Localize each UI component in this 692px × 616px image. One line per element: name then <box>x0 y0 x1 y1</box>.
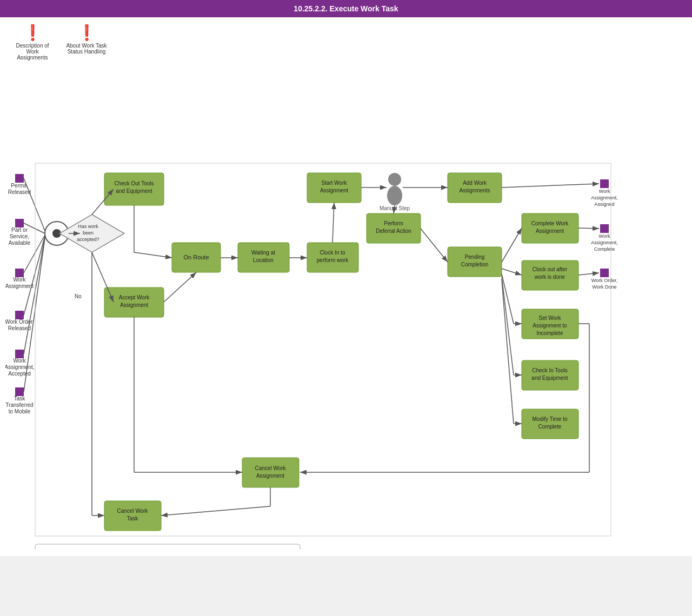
manual-step-head <box>388 173 401 186</box>
svg-text:been: been <box>83 230 94 236</box>
svg-text:Work: Work <box>599 233 610 239</box>
svg-text:Waiting at: Waiting at <box>251 250 275 256</box>
svg-text:Work Done: Work Done <box>593 284 617 290</box>
svg-text:Work: Work <box>13 277 26 283</box>
svg-line-82 <box>502 269 522 275</box>
svg-text:Add Work: Add Work <box>463 180 487 186</box>
svg-line-86 <box>502 277 514 375</box>
svg-text:Assignment,: Assignment, <box>591 195 618 200</box>
svg-text:Available: Available <box>9 240 31 246</box>
svg-line-77 <box>502 184 599 188</box>
manual-step-body <box>387 186 402 205</box>
svg-text:Task: Task <box>14 396 26 401</box>
event-wa-assigned <box>600 179 609 188</box>
svg-line-79 <box>421 229 448 262</box>
event-workorder <box>15 311 24 319</box>
event-accepted <box>15 350 24 358</box>
event-partservice <box>15 219 24 227</box>
svg-text:Location: Location <box>253 257 274 263</box>
svg-text:Pending: Pending <box>465 254 485 260</box>
svg-text:Start Work: Start Work <box>321 180 347 186</box>
event-workassign <box>15 269 24 277</box>
svg-text:Assignment,: Assignment, <box>5 364 35 370</box>
svg-text:and Equipment: and Equipment <box>531 375 568 381</box>
svg-text:Set Work: Set Work <box>539 315 562 321</box>
svg-text:Part or: Part or <box>11 227 28 233</box>
diagram-svg: Permit, Released Part or Service, Availa… <box>5 74 687 550</box>
svg-line-68 <box>92 252 114 302</box>
svg-text:work is done: work is done <box>534 274 565 280</box>
svg-text:Cancel Work: Cancel Work <box>117 508 148 514</box>
svg-text:Assignment: Assignment <box>256 473 284 479</box>
diagram-area: Permit, Released Part or Service, Availa… <box>0 69 692 556</box>
svg-text:Assignment: Assignment <box>120 302 148 308</box>
svg-text:Work: Work <box>599 189 610 194</box>
icon-about[interactable]: ❗ About Work Task Status Handling <box>65 25 108 61</box>
svg-line-83 <box>578 273 599 275</box>
top-icons-area: ❗ Description of Work Assignments ❗ Abou… <box>0 17 692 69</box>
title-bar: 10.25.2.2. Execute Work Task <box>0 0 692 17</box>
svg-line-81 <box>578 228 599 229</box>
svg-text:and Equipment: and Equipment <box>116 188 152 194</box>
svg-line-63 <box>24 236 45 315</box>
svg-line-74 <box>332 203 334 243</box>
event-wa-complete <box>600 224 609 233</box>
svg-line-90 <box>164 272 196 302</box>
svg-text:Cancel Work: Cancel Work <box>255 465 286 471</box>
event-transferred <box>15 387 24 396</box>
svg-text:Incomplete: Incomplete <box>537 330 563 336</box>
svg-text:Completion: Completion <box>461 262 489 267</box>
svg-text:Complete: Complete <box>594 246 615 252</box>
svg-text:accepted?: accepted? <box>77 237 99 242</box>
svg-text:Perform: Perform <box>384 220 403 226</box>
svg-text:to Mobile: to Mobile <box>9 409 31 414</box>
svg-text:Released: Released <box>8 325 31 331</box>
svg-text:Deferral Action: Deferral Action <box>376 228 411 234</box>
svg-text:Clock In to: Clock In to <box>320 250 345 256</box>
svg-text:Assignment: Assignment <box>5 283 34 289</box>
svg-text:Assigned: Assigned <box>594 202 614 207</box>
svg-text:Complete: Complete <box>538 424 562 430</box>
icon-label-2: About Work Task Status Handling <box>65 43 108 55</box>
svg-text:Assignment to: Assignment to <box>533 323 567 329</box>
svg-text:Check In Tools: Check In Tools <box>532 367 567 373</box>
svg-text:Accept Work: Accept Work <box>119 294 150 300</box>
exclamation-icon-2: ❗ <box>77 25 96 41</box>
event-wo-done <box>600 269 609 277</box>
svg-text:Task: Task <box>127 515 139 521</box>
svg-text:On Route: On Route <box>183 254 209 260</box>
svg-line-80 <box>502 228 522 262</box>
svg-text:Work: Work <box>13 358 26 364</box>
svg-text:Assignment: Assignment <box>320 188 348 193</box>
svg-text:Complete Work: Complete Work <box>531 220 569 226</box>
svg-text:Work Order,: Work Order, <box>591 278 617 283</box>
svg-text:Clock out after: Clock out after <box>533 266 568 272</box>
svg-text:Has work: Has work <box>78 224 98 229</box>
svg-text:Service,: Service, <box>10 233 29 239</box>
svg-line-97 <box>161 506 270 515</box>
page-title: 10.25.2.2. Execute Work Task <box>294 4 398 13</box>
icon-label-1: Description of Work Assignments <box>11 43 54 61</box>
svg-text:Assignment,: Assignment, <box>591 240 618 245</box>
event-permit <box>15 174 24 183</box>
svg-text:Released: Released <box>8 189 31 195</box>
svg-text:Assignments: Assignments <box>459 188 490 193</box>
svg-line-60 <box>24 178 45 231</box>
svg-text:Assignment: Assignment <box>536 228 564 234</box>
svg-line-71 <box>134 252 172 258</box>
svg-text:Modify Time to: Modify Time to <box>532 416 567 422</box>
supporting-activities-box <box>35 544 300 550</box>
svg-line-88 <box>502 279 514 424</box>
svg-text:perform work: perform work <box>317 257 349 263</box>
icon-description[interactable]: ❗ Description of Work Assignments <box>11 25 54 61</box>
exclamation-icon-1: ❗ <box>23 25 42 41</box>
svg-text:Accepted: Accepted <box>8 371 31 377</box>
svg-text:Transferred: Transferred <box>5 402 33 408</box>
svg-text:No: No <box>75 293 82 299</box>
svg-text:Check Out Tools: Check Out Tools <box>114 180 154 186</box>
